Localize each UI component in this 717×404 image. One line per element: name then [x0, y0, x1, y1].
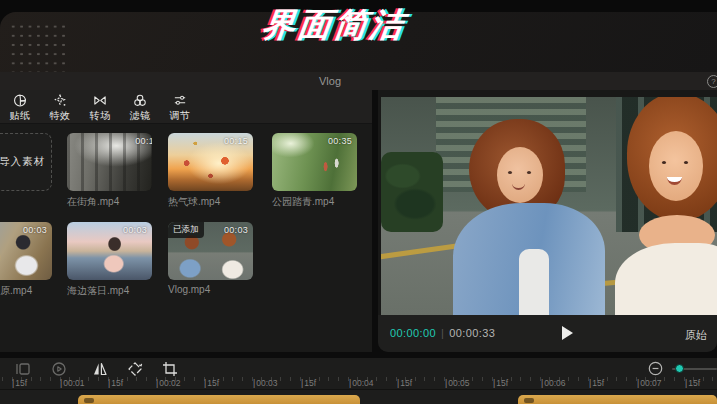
- ruler-tick: 15f: [397, 378, 412, 388]
- tab-effects-label: 特效: [40, 109, 80, 123]
- ruler-tick: 00:03: [253, 378, 278, 388]
- media-filename: 公园踏青.mp4: [272, 195, 382, 209]
- media-filename: 在街角.mp4: [67, 195, 177, 209]
- zoom-slider-knob[interactable]: [675, 364, 684, 373]
- duration-badge: 00:03: [224, 225, 248, 235]
- clip-type-icon: [524, 398, 534, 403]
- duration-badge: 00:35: [328, 136, 352, 146]
- play-button[interactable]: [562, 326, 573, 340]
- playback-controls: 00:00:00|00:00:33 原始: [378, 315, 717, 352]
- ruler-tick: 15f: [589, 378, 604, 388]
- filter-icon: [132, 93, 148, 108]
- timeline-clip[interactable]: [78, 395, 360, 404]
- ruler-tick: 00:07: [637, 378, 662, 388]
- zoom-out-icon[interactable]: [648, 361, 663, 376]
- tab-effects[interactable]: 特效: [40, 93, 80, 123]
- transition-icon: [92, 93, 108, 108]
- duration-badge: 00:03: [23, 225, 47, 235]
- time-display: 00:00:00|00:00:33: [390, 327, 495, 339]
- banner-title: 界面简洁: [259, 3, 409, 48]
- timeline-panel: 15f 00:01 15f 00:02 15f 00:03 15f 00:04 …: [0, 358, 717, 404]
- timeline-clip[interactable]: [518, 395, 717, 404]
- ruler-tick: 15f: [685, 378, 700, 388]
- ruler-tick: 15f: [301, 378, 316, 388]
- ruler-tick: 00:01: [60, 378, 85, 388]
- adjust-sliders-icon: [172, 93, 188, 108]
- media-item-street[interactable]: 00:1: [67, 133, 152, 191]
- duration-badge: 00:1: [135, 136, 152, 146]
- tab-filter[interactable]: 滤镜: [120, 93, 160, 123]
- sparkle-icon: [52, 93, 68, 108]
- import-material-button[interactable]: 导入素材: [0, 133, 52, 191]
- ruler-tick: 15f: [12, 378, 27, 388]
- tab-transition[interactable]: 转场: [80, 93, 120, 123]
- aspect-ratio-button[interactable]: 原始: [685, 328, 707, 343]
- current-time: 00:00:00: [390, 327, 436, 339]
- duration-badge: 00:15: [224, 136, 248, 146]
- media-item-pony[interactable]: 00:03: [0, 222, 52, 280]
- media-item-beach[interactable]: 00:03: [67, 222, 152, 280]
- timeline-zoom-slider[interactable]: [672, 368, 717, 370]
- ruler-tick: 00:05: [445, 378, 470, 388]
- tab-adjust-label: 调节: [160, 109, 200, 123]
- ruler-tick: 15f: [108, 378, 123, 388]
- media-filename: 海边落日.mp4: [67, 284, 177, 298]
- total-time: 00:00:33: [449, 327, 495, 339]
- tab-sticker-label: 贴纸: [0, 109, 40, 123]
- ruler-tick: 00:02: [156, 378, 181, 388]
- media-filename: 热气球.mp4: [168, 195, 278, 209]
- app-screenshot: 界面简洁 Vlog ? 贴纸 特效: [0, 0, 717, 404]
- tab-sticker[interactable]: 贴纸: [0, 93, 40, 123]
- duration-badge: 00:03: [123, 225, 147, 235]
- asset-tabs-bar: 贴纸 特效 转场 滤镜: [0, 90, 372, 124]
- tab-filter-label: 滤镜: [120, 109, 160, 123]
- tab-transition-label: 转场: [80, 109, 120, 123]
- timeline-ruler[interactable]: 15f 00:01 15f 00:02 15f 00:03 15f 00:04 …: [0, 376, 717, 390]
- sticker-icon: [12, 93, 28, 108]
- help-icon[interactable]: ?: [707, 75, 717, 88]
- video-preview[interactable]: [381, 97, 717, 315]
- ruler-tick: 00:04: [349, 378, 374, 388]
- added-badge: 已添加: [168, 222, 204, 238]
- project-title: Vlog: [0, 75, 660, 87]
- ruler-tick: 00:06: [541, 378, 566, 388]
- media-filename: Vlog.mp4: [168, 284, 278, 295]
- person-right-face: [649, 131, 703, 201]
- ruler-tick: 15f: [493, 378, 508, 388]
- dot-grid-decoration: [9, 22, 69, 72]
- promo-banner: 界面简洁: [0, 0, 717, 72]
- window-header: Vlog: [0, 72, 717, 90]
- video-background: [381, 152, 443, 232]
- media-item-balloon[interactable]: 00:15: [168, 133, 253, 191]
- media-item-park[interactable]: 00:35: [272, 133, 357, 191]
- tab-adjust[interactable]: 调节: [160, 93, 200, 123]
- ruler-tick: 15f: [204, 378, 219, 388]
- preview-panel: 00:00:00|00:00:33 原始: [378, 90, 717, 352]
- person-left-face: [497, 147, 543, 203]
- media-library-panel: 贴纸 特效 转场 滤镜: [0, 90, 372, 352]
- clip-type-icon: [84, 398, 94, 403]
- media-item-vlog[interactable]: 已添加 00:03: [168, 222, 253, 280]
